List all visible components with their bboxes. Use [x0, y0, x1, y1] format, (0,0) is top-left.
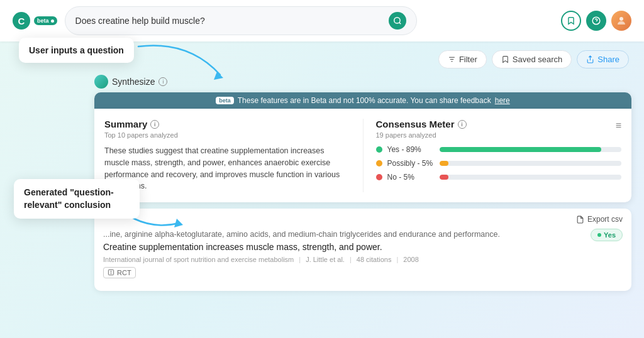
year: 2008	[403, 256, 418, 263]
result-meta: International journal of sport nutrition…	[103, 256, 623, 263]
rct-badge: RCT	[103, 267, 136, 278]
result-row-truncated: ...ine, arginine alpha-ketoglutarate, am…	[103, 229, 623, 242]
beta-banner: beta These features are in Beta and not …	[94, 92, 631, 109]
consensus-row-possibly: Possibly - 5%	[376, 159, 622, 168]
help-button[interactable]	[586, 11, 606, 31]
yes-bar-fill	[440, 147, 602, 152]
synthesize-row: Synthesize i	[94, 75, 631, 89]
search-input[interactable]	[75, 16, 384, 26]
export-row: Export csv	[103, 215, 623, 224]
avatar-icon	[616, 15, 627, 26]
bookmark-icon-small	[501, 55, 509, 63]
avatar[interactable]	[611, 11, 631, 31]
info-icon-synthesize[interactable]: i	[158, 77, 167, 86]
help-icon	[592, 16, 601, 25]
synthesize-icon	[94, 75, 108, 89]
possibly-bar-fill	[440, 161, 448, 166]
search-icon	[393, 16, 402, 25]
logo-icon: C	[13, 12, 30, 30]
export-button[interactable]: Export csv	[576, 215, 623, 224]
rct-icon	[108, 269, 114, 276]
logo-area: C beta	[13, 12, 57, 30]
consensus-subtitle: 19 papers analyzed	[376, 131, 467, 139]
consensus-row-yes: Yes - 89%	[376, 145, 622, 154]
filter-icon	[448, 55, 456, 63]
consensus-title: Consensus Meter i	[376, 119, 467, 129]
export-icon	[576, 215, 584, 224]
result-truncated-text: ...ine, arginine alpha-ketoglutarate, am…	[103, 229, 500, 241]
filter-button[interactable]: Filter	[438, 50, 487, 68]
info-icon-consensus[interactable]: i	[458, 120, 467, 129]
saved-search-button[interactable]: Saved search	[492, 50, 572, 68]
tooltip-user-inputs: User inputs a question	[19, 38, 134, 63]
yes-badge: Yes	[591, 229, 623, 241]
consensus-card: Consensus Meter i 19 papers analyzed ≡ Y…	[376, 119, 622, 192]
summary-card: Summary i Top 10 papers analyzed These s…	[104, 119, 364, 192]
share-label: Share	[597, 55, 619, 64]
main-content: Filter Saved search Share Synthesize i b…	[0, 41, 644, 300]
share-icon	[586, 55, 594, 63]
search-button[interactable]	[389, 12, 406, 30]
citations: 48 citations	[357, 256, 392, 263]
yes-bar-bg	[440, 147, 622, 152]
svg-rect-9	[108, 270, 113, 275]
beta-dot	[51, 19, 54, 23]
no-bar-fill	[440, 175, 448, 180]
yes-label: Yes - 89%	[387, 145, 435, 154]
possibly-bar-bg	[440, 161, 622, 166]
bookmark-icon	[567, 16, 575, 25]
result-main-text: Creatine supplementation increases muscl…	[103, 242, 623, 252]
filter-label: Filter	[459, 55, 477, 64]
svg-point-4	[619, 17, 623, 21]
search-bar[interactable]	[65, 6, 417, 35]
summary-subtitle: Top 10 papers analyzed	[104, 131, 350, 139]
bookmark-button[interactable]	[561, 11, 581, 31]
summary-body: These studies suggest that creatine supp…	[104, 145, 350, 192]
yes-badge-dot	[597, 233, 601, 237]
synthesis-panel: beta These features are in Beta and not …	[94, 92, 631, 202]
journal-name: International journal of sport nutrition…	[103, 256, 294, 263]
result-item: ...ine, arginine alpha-ketoglutarate, am…	[103, 229, 623, 278]
beta-badge: beta	[34, 16, 57, 25]
consensus-header: Consensus Meter i 19 papers analyzed ≡	[376, 119, 622, 145]
consensus-menu-icon[interactable]: ≡	[616, 120, 621, 131]
nav-icons	[561, 11, 631, 31]
results-panel: Export csv ...ine, arginine alpha-ketogl…	[94, 209, 631, 291]
export-label: Export csv	[587, 215, 623, 224]
tooltip-conclusion: Generated "question-relevant" conclusion	[14, 179, 140, 219]
info-icon-summary[interactable]: i	[150, 120, 159, 129]
share-button[interactable]: Share	[577, 50, 629, 68]
cards-container: Summary i Top 10 papers analyzed These s…	[94, 109, 631, 202]
no-bar-bg	[440, 175, 622, 180]
svg-line-1	[399, 23, 401, 25]
consensus-row-no: No - 5%	[376, 173, 622, 182]
navbar: C beta	[0, 0, 644, 41]
possibly-label: Possibly - 5%	[387, 159, 435, 168]
author-name: J. Little et al.	[306, 256, 345, 263]
feedback-link[interactable]: here	[495, 96, 510, 105]
no-label: No - 5%	[387, 173, 435, 182]
beta-banner-text: These features are in Beta and not 100% …	[238, 96, 491, 105]
no-dot	[376, 174, 382, 180]
summary-title: Summary i	[104, 119, 350, 129]
synthesize-label: Synthesize	[112, 77, 155, 87]
saved-search-label: Saved search	[513, 55, 563, 64]
beta-tag: beta	[216, 97, 234, 104]
yes-dot	[376, 146, 382, 153]
possibly-dot	[376, 160, 382, 166]
svg-point-0	[394, 18, 399, 23]
